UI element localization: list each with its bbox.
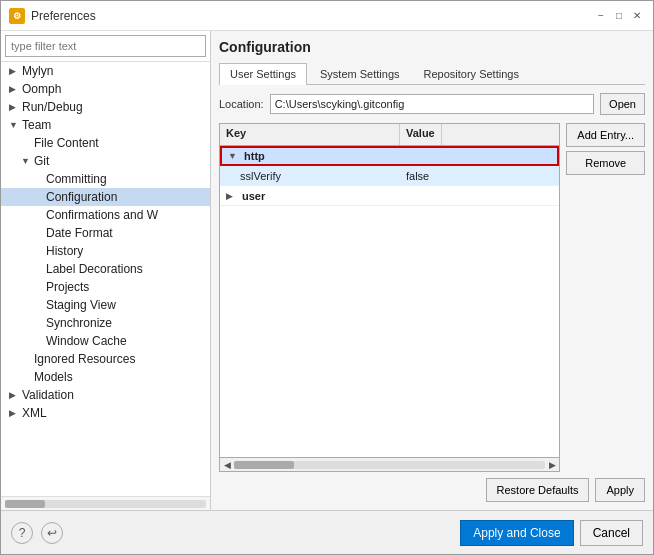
expand-arrow: ▼ bbox=[228, 151, 240, 161]
open-button[interactable]: Open bbox=[600, 93, 645, 115]
table-row[interactable]: ▼ http bbox=[220, 146, 559, 166]
preferences-window: ⚙ Preferences − □ ✕ ▶Mylyn▶Oomph▶Run/Deb… bbox=[0, 0, 654, 555]
tree-label: Git bbox=[34, 154, 49, 168]
scroll-left-arrow[interactable]: ◀ bbox=[220, 460, 234, 470]
tree-item-label-decorations[interactable]: Label Decorations bbox=[1, 260, 210, 278]
footer-left: ? ↩ bbox=[11, 522, 63, 544]
tree-item-models[interactable]: Models bbox=[1, 368, 210, 386]
tab-repository-settings[interactable]: Repository Settings bbox=[413, 63, 530, 84]
table-scroll-track[interactable] bbox=[234, 461, 545, 469]
tree-label: Models bbox=[34, 370, 73, 384]
tree-label: History bbox=[46, 244, 83, 258]
table-action-buttons: Add Entry... Remove bbox=[566, 123, 645, 472]
help-icon[interactable]: ? bbox=[11, 522, 33, 544]
location-label: Location: bbox=[219, 98, 264, 110]
window-icon: ⚙ bbox=[9, 8, 25, 24]
table-area: Key Value ▼ http sslVerify false ▶ user … bbox=[219, 123, 645, 472]
cancel-button[interactable]: Cancel bbox=[580, 520, 643, 546]
location-input[interactable] bbox=[270, 94, 594, 114]
title-bar-left: ⚙ Preferences bbox=[9, 8, 96, 24]
remove-button[interactable]: Remove bbox=[566, 151, 645, 175]
restore-icon[interactable]: ↩ bbox=[41, 522, 63, 544]
column-key: Key bbox=[220, 124, 400, 145]
tree-item-date-format[interactable]: Date Format bbox=[1, 224, 210, 242]
table-body: ▼ http sslVerify false ▶ user bbox=[220, 146, 559, 457]
tree-label: Run/Debug bbox=[22, 100, 83, 114]
tree-item-staging-view[interactable]: Staging View bbox=[1, 296, 210, 314]
title-bar: ⚙ Preferences − □ ✕ bbox=[1, 1, 653, 31]
scroll-right-arrow[interactable]: ▶ bbox=[545, 460, 559, 470]
value-cell bbox=[400, 194, 559, 198]
table-scroll-horizontal: ◀ ▶ bbox=[220, 457, 559, 471]
tree-item-mylyn[interactable]: ▶Mylyn bbox=[1, 62, 210, 80]
filter-box bbox=[1, 31, 210, 62]
section-title: Configuration bbox=[219, 39, 645, 55]
group-label: user bbox=[242, 190, 265, 202]
apply-and-close-button[interactable]: Apply and Close bbox=[460, 520, 573, 546]
tree-item-team[interactable]: ▼Team bbox=[1, 116, 210, 134]
column-value: Value bbox=[400, 124, 442, 145]
tree-item-window-cache[interactable]: Window Cache bbox=[1, 332, 210, 350]
tree-label: File Content bbox=[34, 136, 99, 150]
search-input[interactable] bbox=[5, 35, 206, 57]
main-content: ▶Mylyn▶Oomph▶Run/Debug▼TeamFile Content▼… bbox=[1, 31, 653, 510]
tree-label: Synchronize bbox=[46, 316, 112, 330]
tree-item-ignored-resources[interactable]: Ignored Resources bbox=[1, 350, 210, 368]
tree-item-oomph[interactable]: ▶Oomph bbox=[1, 80, 210, 98]
tree-label: Projects bbox=[46, 280, 89, 294]
tree-item-validation[interactable]: ▶Validation bbox=[1, 386, 210, 404]
key-cell: ▶ user bbox=[220, 188, 400, 204]
table-scroll-thumb[interactable] bbox=[234, 461, 294, 469]
tree-label: Window Cache bbox=[46, 334, 127, 348]
tree-item-committing[interactable]: Committing bbox=[1, 170, 210, 188]
tree-label: Team bbox=[22, 118, 51, 132]
tree-item-xml[interactable]: ▶XML bbox=[1, 404, 210, 422]
minimize-button[interactable]: − bbox=[593, 8, 609, 24]
footer: ? ↩ Apply and Close Cancel bbox=[1, 510, 653, 554]
tree-label: Committing bbox=[46, 172, 107, 186]
tree-arrow: ▼ bbox=[9, 120, 19, 130]
tree-item-git[interactable]: ▼Git bbox=[1, 152, 210, 170]
apply-button[interactable]: Apply bbox=[595, 478, 645, 502]
tree-label: Ignored Resources bbox=[34, 352, 135, 366]
table-row[interactable]: ▶ user bbox=[220, 186, 559, 206]
tree-label: Validation bbox=[22, 388, 74, 402]
tree-label: Staging View bbox=[46, 298, 116, 312]
restore-defaults-button[interactable]: Restore Defaults bbox=[486, 478, 590, 502]
tree-label: Date Format bbox=[46, 226, 113, 240]
tab-system-settings[interactable]: System Settings bbox=[309, 63, 410, 84]
close-button[interactable]: ✕ bbox=[629, 8, 645, 24]
bottom-right-buttons: Restore Defaults Apply bbox=[486, 478, 645, 502]
tree-arrow: ▶ bbox=[9, 66, 19, 76]
window-title: Preferences bbox=[31, 9, 96, 23]
tree-label: Oomph bbox=[22, 82, 61, 96]
tree-item-configuration[interactable]: Configuration bbox=[1, 188, 210, 206]
footer-right: Apply and Close Cancel bbox=[460, 520, 643, 546]
tree-area: ▶Mylyn▶Oomph▶Run/Debug▼TeamFile Content▼… bbox=[1, 62, 210, 496]
tree-arrow: ▶ bbox=[9, 408, 19, 418]
expand-arrow: ▶ bbox=[226, 191, 238, 201]
right-panel: Configuration User SettingsSystem Settin… bbox=[211, 31, 653, 510]
tab-user-settings[interactable]: User Settings bbox=[219, 63, 307, 85]
tree-label: XML bbox=[22, 406, 47, 420]
horizontal-scroll-thumb[interactable] bbox=[5, 500, 45, 508]
table-row[interactable]: sslVerify false bbox=[220, 166, 559, 186]
horizontal-scroll-track[interactable] bbox=[5, 500, 206, 508]
key-cell: ▼ http bbox=[222, 148, 402, 164]
left-panel: ▶Mylyn▶Oomph▶Run/Debug▼TeamFile Content▼… bbox=[1, 31, 211, 510]
add-entry-button[interactable]: Add Entry... bbox=[566, 123, 645, 147]
tree-item-history[interactable]: History bbox=[1, 242, 210, 260]
key-cell: sslVerify bbox=[220, 168, 400, 184]
tree-item-synchronize[interactable]: Synchronize bbox=[1, 314, 210, 332]
tabs-bar: User SettingsSystem SettingsRepository S… bbox=[219, 63, 645, 85]
tree-item-confirmations[interactable]: Confirmations and W bbox=[1, 206, 210, 224]
maximize-button[interactable]: □ bbox=[611, 8, 627, 24]
bottom-row: Restore Defaults Apply bbox=[219, 478, 645, 502]
tree-item-file-content[interactable]: File Content bbox=[1, 134, 210, 152]
tree-label: Configuration bbox=[46, 190, 117, 204]
tree-label: Mylyn bbox=[22, 64, 53, 78]
tree-item-projects[interactable]: Projects bbox=[1, 278, 210, 296]
table-header: Key Value bbox=[220, 124, 559, 146]
tree-item-run-debug[interactable]: ▶Run/Debug bbox=[1, 98, 210, 116]
tree-arrow: ▼ bbox=[21, 156, 31, 166]
